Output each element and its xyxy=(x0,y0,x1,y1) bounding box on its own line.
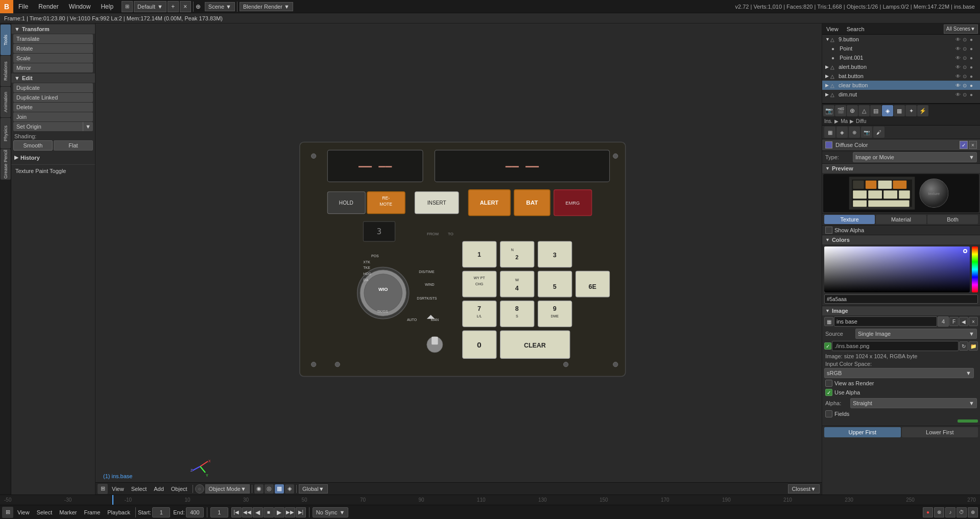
eye-icon[interactable]: 👁 xyxy=(955,37,963,42)
anim-icon[interactable]: ⊗ xyxy=(934,507,944,517)
engine-select[interactable]: Blender Render ▼ xyxy=(240,2,293,11)
draw-mode-material[interactable]: ◈ xyxy=(285,484,294,493)
eye-icon[interactable]: 👁 xyxy=(955,46,963,52)
texture-tab[interactable]: ▦ xyxy=(894,105,905,116)
view-menu[interactable]: View xyxy=(109,485,127,493)
translate-button[interactable]: Translate xyxy=(13,34,93,43)
expand-icon-btn[interactable]: ◀ xyxy=(959,317,968,326)
record-btn[interactable]: ● xyxy=(923,507,933,517)
fields-checkbox[interactable] xyxy=(825,410,832,417)
outliner-search-tab[interactable]: Search xyxy=(843,24,869,34)
menu-item-window[interactable]: Window xyxy=(64,1,96,12)
eye-icon[interactable]: 👁 xyxy=(955,73,963,79)
file-path-input[interactable]: ./ins.base.png xyxy=(832,341,959,351)
draw-mode-texture[interactable]: ▦ xyxy=(275,484,284,493)
jump-start-btn[interactable]: |◀ xyxy=(231,507,242,517)
duplicate-linked-button[interactable]: Duplicate Linked xyxy=(13,93,93,102)
cursor-icon[interactable]: ⊙ xyxy=(963,46,970,52)
eye-icon[interactable]: 👁 xyxy=(955,55,963,61)
render-tab[interactable]: 📷 xyxy=(823,105,834,116)
outliner-view-tab[interactable]: View xyxy=(822,24,843,34)
global-icon[interactable]: ⊕ xyxy=(968,507,978,517)
draw-mode-wire[interactable]: ◎ xyxy=(265,484,274,493)
cursor-icon[interactable]: ⊙ xyxy=(963,83,970,88)
image-type-icon[interactable]: ▦ xyxy=(824,317,833,326)
animation-tab[interactable]: Animation xyxy=(1,87,11,117)
outliner-row-selected[interactable]: ▶ △ clear button 👁 ⊙ ● xyxy=(822,81,980,90)
stop-btn[interactable]: ■ xyxy=(264,507,274,517)
outliner-row[interactable]: ● Point.001 👁 ⊙ ● xyxy=(822,53,980,62)
timeline-select-menu[interactable]: Select xyxy=(34,508,56,516)
render-icon[interactable]: ● xyxy=(970,37,977,42)
menu-item-help[interactable]: Help xyxy=(95,1,118,12)
tools-tab[interactable]: Tools xyxy=(1,24,11,55)
flat-button[interactable]: Flat xyxy=(54,140,93,151)
diffuse-color-section-header[interactable]: Diffuse Color ✓ × xyxy=(822,139,980,151)
draw-mode-solid[interactable]: ◉ xyxy=(254,484,264,493)
eye-icon[interactable]: 👁 xyxy=(955,83,963,88)
mesh-tab[interactable]: ▤ xyxy=(870,105,881,116)
texture-camera-icon[interactable]: 📷 xyxy=(861,127,872,138)
outliner-row[interactable]: ▼ △ 9.button 👁 ⊙ ● xyxy=(822,35,980,44)
mode-select[interactable]: Object Mode ▼ xyxy=(205,484,250,493)
menu-item-render[interactable]: Render xyxy=(33,1,63,12)
color-hex-input[interactable]: #5a5aaa xyxy=(824,294,978,304)
object-menu[interactable]: Object xyxy=(168,485,190,493)
mirror-button[interactable]: Mirror xyxy=(13,63,93,72)
image-num-input[interactable]: 4 xyxy=(938,316,949,327)
edit-header[interactable]: ▼ Edit xyxy=(11,73,95,83)
timeline-view-menu[interactable]: View xyxy=(14,508,33,516)
folder-btn[interactable]: 📁 xyxy=(969,341,978,351)
texture-slot-icon[interactable]: ▦ xyxy=(824,127,835,138)
editor-type-icon[interactable]: ⊞ xyxy=(122,1,133,12)
render-icon[interactable]: ● xyxy=(970,73,977,79)
outliner-row[interactable]: ▶ △ dim.nut 👁 ⊙ ● xyxy=(822,90,980,99)
sound-icon[interactable]: ♪ xyxy=(945,507,955,517)
play-btn[interactable]: ▶ xyxy=(274,507,284,517)
relations-tab[interactable]: Relations xyxy=(1,56,11,86)
duplicate-button[interactable]: Duplicate xyxy=(13,83,93,92)
render-icon[interactable]: ● xyxy=(970,83,977,88)
step-back-btn[interactable]: ◀◀ xyxy=(242,507,252,517)
preview-header[interactable]: ▼ Preview xyxy=(822,164,980,173)
upper-first-button[interactable]: Upper First xyxy=(824,427,901,437)
diffuse-close-icon[interactable]: × xyxy=(969,141,977,149)
jump-end-btn[interactable]: ▶| xyxy=(296,507,306,517)
cursor-icon[interactable]: ⊙ xyxy=(963,55,970,61)
texture-slot-3-icon[interactable]: ⊕ xyxy=(849,127,860,138)
current-frame-input[interactable]: 1 xyxy=(210,507,228,517)
snap-select[interactable]: Closest ▼ xyxy=(788,484,820,493)
play-reverse-btn[interactable]: ◀ xyxy=(253,507,263,517)
step-forward-btn[interactable]: ▶▶ xyxy=(285,507,295,517)
texture-slot-2-icon[interactable]: ◈ xyxy=(836,127,848,138)
f-icon-btn[interactable]: F xyxy=(949,317,959,326)
texture-paint-icon[interactable]: 🖌 xyxy=(873,127,885,138)
grease-pencil-tab[interactable]: Grease Pencil xyxy=(1,149,11,180)
physics-tab[interactable]: ⚡ xyxy=(917,105,928,116)
add-menu[interactable]: Add xyxy=(151,485,167,493)
both-tab-btn[interactable]: Both xyxy=(927,215,978,224)
clock-icon[interactable]: ⏱ xyxy=(957,507,967,517)
type-select[interactable]: Image or Movie ▼ xyxy=(853,152,977,162)
screen-layout-select[interactable]: Default ▼ xyxy=(134,1,166,12)
render-icon[interactable]: ● xyxy=(970,55,977,61)
join-button[interactable]: Join xyxy=(13,112,93,121)
scale-button[interactable]: Scale xyxy=(13,54,93,63)
reload-btn[interactable]: ↻ xyxy=(959,341,968,351)
outliner-row[interactable]: ● Point 👁 ⊙ ● xyxy=(822,44,980,53)
render-icon[interactable]: ● xyxy=(970,92,977,97)
viewport[interactable]: —— —— —— —— HOLD RE- MOTE INSERT ALERT B… xyxy=(95,23,822,495)
timeline-cursor[interactable] xyxy=(112,495,113,505)
transform-header[interactable]: ▼ Transform xyxy=(11,24,95,34)
cursor-icon[interactable]: ⊙ xyxy=(963,37,970,42)
eye-icon[interactable]: 👁 xyxy=(955,92,963,97)
delete-screen-button[interactable]: × xyxy=(180,1,191,12)
viewport-mode-icon[interactable]: ○ xyxy=(195,484,204,493)
set-origin-arrow[interactable]: ▼ xyxy=(83,122,93,131)
set-origin-button[interactable]: Set Origin xyxy=(13,122,83,131)
scene-select[interactable]: Scene ▼ xyxy=(205,2,235,11)
viewport-type-icon[interactable]: ⊞ xyxy=(98,484,108,494)
hue-slider[interactable] xyxy=(972,246,978,292)
cursor-icon[interactable]: ⊙ xyxy=(963,73,970,79)
object-tab[interactable]: △ xyxy=(858,105,870,116)
